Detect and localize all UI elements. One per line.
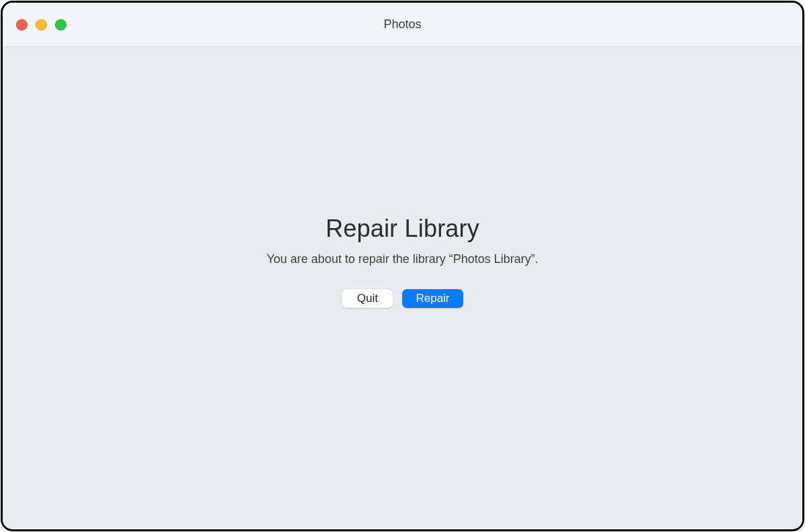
app-window: Photos Repair Library You are about to r… (1, 1, 804, 531)
traffic-lights (16, 19, 66, 30)
close-window-button[interactable] (16, 19, 28, 30)
minimize-window-button[interactable] (36, 19, 47, 30)
titlebar: Photos (3, 3, 802, 47)
dialog-heading: Repair Library (326, 215, 479, 243)
zoom-window-button[interactable] (55, 19, 66, 30)
quit-button[interactable]: Quit (342, 289, 393, 308)
repair-button[interactable]: Repair (402, 289, 463, 308)
window-title: Photos (383, 17, 421, 32)
dialog-subtext: You are about to repair the library “Pho… (267, 252, 538, 266)
dialog-button-row: Quit Repair (342, 289, 463, 308)
repair-library-dialog: Repair Library You are about to repair t… (267, 215, 538, 308)
content-area: Repair Library You are about to repair t… (3, 47, 802, 529)
